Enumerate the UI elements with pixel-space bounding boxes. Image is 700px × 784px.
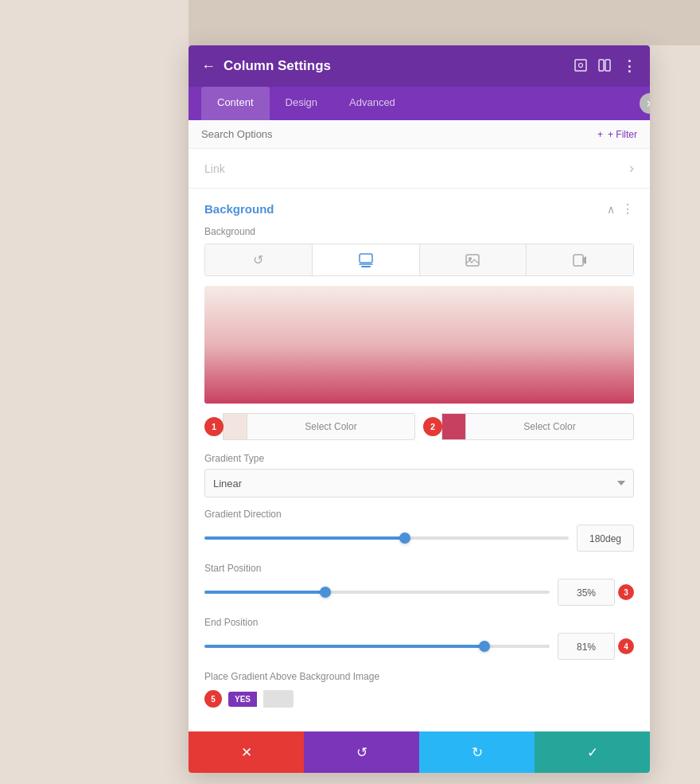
end-position-row: End Position 81% 4 [204, 617, 634, 660]
redo-button[interactable]: ↻ [419, 731, 535, 773]
color-stop-swatch-1[interactable] [223, 413, 247, 440]
place-gradient-badge: 5 [204, 690, 222, 708]
video-icon [573, 253, 587, 267]
header-icons: ⋮ [574, 57, 637, 75]
bg-more-icon[interactable]: ⋮ [621, 201, 634, 216]
tabs-bar: Content Design Advanced [189, 87, 650, 120]
gradient-direction-track[interactable] [204, 536, 569, 540]
bg-section-title: Background [204, 202, 274, 216]
image-icon [465, 253, 480, 267]
start-position-value[interactable]: 35% [558, 579, 615, 606]
panel-title: Column Settings [224, 58, 566, 74]
color-stop-1: 1 Select Color [204, 413, 415, 440]
svg-rect-7 [574, 255, 583, 266]
tab-content[interactable]: Content [201, 87, 270, 120]
color-stop-2: 2 Select Color [423, 413, 634, 440]
toggle-no[interactable] [263, 690, 294, 708]
start-position-badge: 3 [618, 584, 634, 600]
undo-button[interactable]: ↺ [304, 731, 419, 773]
end-position-label: End Position [204, 617, 634, 628]
color-stop-swatch-2[interactable] [441, 413, 465, 440]
color-icon [359, 253, 373, 267]
place-gradient-row: Place Gradient Above Background Image 5 … [204, 671, 634, 708]
panel-header: ← Column Settings ⋮ [189, 45, 650, 87]
svg-rect-3 [605, 60, 610, 71]
gradient-type-label: Gradient Type [204, 453, 634, 464]
expand-icon[interactable] [574, 59, 587, 74]
svg-rect-2 [599, 60, 604, 71]
search-input[interactable] [201, 128, 597, 140]
panel-scroll-area[interactable]: Link › Background ∧ ⋮ Background [189, 149, 650, 731]
end-position-badge: 4 [618, 638, 634, 654]
start-position-track[interactable] [204, 591, 550, 594]
filter-button[interactable]: + + Filter [597, 129, 637, 140]
place-gradient-label: Place Gradient Above Background Image [204, 671, 634, 682]
background-label: Background [204, 226, 634, 237]
color-stops: 1 Select Color 2 Sele [204, 413, 634, 440]
tab-design[interactable]: Design [270, 87, 333, 120]
gradient-direction-slider-row: 180deg [204, 525, 634, 552]
link-label: Link [204, 162, 225, 175]
column-settings-panel: ✕ ← Column Settings [189, 45, 650, 773]
bg-section-controls: ∧ ⋮ [607, 201, 634, 216]
svg-rect-5 [466, 255, 479, 266]
start-position-slider-row: 35% 3 [204, 579, 634, 606]
gradient-preview [204, 286, 634, 404]
gradient-type-row: Gradient Type Linear Radial Conic [204, 453, 634, 497]
back-icon: ← [201, 58, 216, 75]
toggle-yes[interactable]: YES [228, 692, 257, 707]
filter-plus-icon: + [597, 129, 603, 140]
bg-type-color[interactable] [313, 244, 420, 275]
reset-icon: ↺ [253, 252, 263, 267]
undo-icon: ↺ [356, 744, 368, 761]
gradient-direction-label: Gradient Direction [204, 509, 634, 520]
bg-type-video[interactable] [527, 244, 633, 275]
search-bar: + + Filter [189, 120, 650, 149]
split-icon[interactable] [598, 59, 611, 74]
back-button[interactable]: ← [201, 58, 216, 75]
svg-point-6 [469, 257, 472, 260]
bg-section-header: Background ∧ ⋮ [204, 201, 634, 216]
start-position-row: Start Position 35% 3 [204, 563, 634, 606]
save-button[interactable]: ✓ [535, 731, 650, 773]
cancel-icon: ✕ [241, 744, 252, 761]
panel-footer: ✕ ↺ ↻ ✓ [189, 731, 650, 773]
svg-rect-0 [575, 60, 586, 71]
bg-type-tabs: ↺ [204, 244, 634, 276]
end-position-value[interactable]: 81% [558, 633, 615, 660]
bg-type-reset[interactable]: ↺ [205, 244, 313, 275]
save-icon: ✓ [587, 744, 598, 761]
bg-collapse-icon[interactable]: ∧ [607, 203, 615, 216]
end-position-track[interactable] [204, 645, 550, 648]
color-stop-badge-2: 2 [423, 417, 442, 436]
svg-point-1 [579, 63, 583, 67]
gradient-direction-value[interactable]: 180deg [577, 525, 634, 552]
bg-type-image[interactable] [420, 244, 527, 275]
gradient-type-select[interactable]: Linear Radial Conic [204, 469, 634, 497]
start-position-label: Start Position [204, 563, 634, 574]
tab-advanced[interactable]: Advanced [333, 87, 411, 120]
color-stop-badge-1: 1 [204, 417, 224, 436]
cancel-button[interactable]: ✕ [189, 731, 304, 773]
redo-icon: ↻ [472, 744, 483, 761]
link-section[interactable]: Link › [189, 149, 650, 189]
end-position-slider-row: 81% 4 [204, 633, 634, 660]
more-icon[interactable]: ⋮ [622, 57, 637, 75]
place-gradient-toggle-row: 5 YES [204, 690, 634, 708]
link-chevron: › [629, 160, 634, 177]
color-stop-select-2[interactable]: Select Color [465, 413, 634, 440]
gradient-direction-row: Gradient Direction 180deg [204, 509, 634, 552]
background-section: Background ∧ ⋮ Background ↺ [189, 189, 650, 731]
svg-rect-4 [360, 254, 372, 263]
color-stop-select-1[interactable]: Select Color [247, 413, 415, 440]
